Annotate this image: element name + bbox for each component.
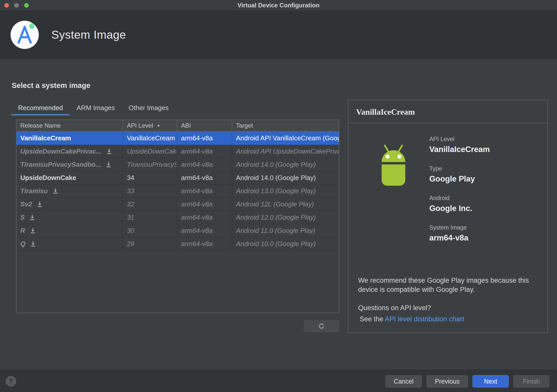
- target-cell: Android API VanillaIceCream (Google Play…: [232, 132, 339, 144]
- api-level-cell: 33: [123, 185, 177, 197]
- download-icon[interactable]: [30, 240, 36, 247]
- table-row-s[interactable]: S 31 arm64-v8a Android 12.0 (Google Play…: [17, 211, 339, 224]
- release-name: R: [20, 227, 25, 235]
- system-image-details-panel: VanillaIceCream API Level VanillaIceCrea…: [348, 100, 548, 333]
- abi-cell: arm64-v8a: [177, 185, 232, 197]
- abi-cell: arm64-v8a: [177, 132, 232, 144]
- table-row-r[interactable]: R 30 arm64-v8a Android 11.0 (Google Play…: [17, 224, 339, 237]
- api-level-cell: TiramisuPrivacySandbox: [123, 158, 177, 171]
- api-level-cell: UpsideDownCakePrivacySandbox: [123, 145, 177, 158]
- column-header-api-level[interactable]: API Level ▼: [123, 120, 177, 131]
- footer-buttons: Cancel Previous Next Finish: [385, 375, 549, 387]
- finish-button[interactable]: Finish: [513, 375, 549, 387]
- sort-descending-icon: ▼: [157, 124, 160, 128]
- tab-arm-images[interactable]: ARM Images: [70, 101, 122, 115]
- release-name: UpsideDownCake: [20, 174, 76, 182]
- window-title: Virtual Device Configuration: [238, 2, 319, 9]
- api-distribution-chart-link[interactable]: API level distribution chart: [385, 315, 464, 323]
- api-level-cell: 31: [123, 211, 177, 224]
- table-row-vanillaicecream[interactable]: VanillaIceCream VanillaIceCream arm64-v8…: [17, 132, 339, 145]
- table-row-upsidedowncakeprivacysandbox[interactable]: UpsideDownCakePrivac... UpsideDownCakePr…: [17, 145, 339, 158]
- abi-cell: arm64-v8a: [177, 224, 232, 237]
- tab-other-images[interactable]: Other Images: [122, 101, 176, 115]
- android-studio-logo-icon: [10, 20, 40, 50]
- android-robot-icon: [370, 141, 417, 192]
- table-row-tiramisuprivacysandbox[interactable]: TiramisuPrivacySandbo... TiramisuPrivacy…: [17, 158, 339, 171]
- details-title: VanillaIceCream: [348, 100, 547, 123]
- api-level-cell: 32: [123, 198, 177, 210]
- table-header: Release Name API Level ▼ ABI Target: [17, 120, 339, 132]
- field-android-vendor: Android Google Inc.: [429, 195, 490, 213]
- close-window-button[interactable]: [4, 3, 9, 8]
- api-level-cell: VanillaIceCream: [123, 132, 177, 144]
- release-name: VanillaIceCream: [20, 134, 71, 142]
- abi-cell: arm64-v8a: [177, 171, 232, 184]
- abi-cell: arm64-v8a: [177, 198, 232, 210]
- zoom-window-button[interactable]: [24, 3, 29, 8]
- release-name: Q: [20, 240, 25, 248]
- window-titlebar: Virtual Device Configuration: [0, 0, 557, 11]
- target-cell: Android 12L (Google Play): [232, 198, 339, 210]
- download-icon[interactable]: [106, 148, 112, 155]
- abi-cell: arm64-v8a: [177, 211, 232, 224]
- question-icon: ?: [9, 377, 13, 385]
- table-row-q[interactable]: Q 29 arm64-v8a Android 10.0 (Google Play…: [17, 237, 339, 251]
- recommendation-text: We recommend these Google Play images be…: [358, 276, 537, 294]
- minimize-window-button[interactable]: [14, 3, 19, 8]
- release-name: Tiramisu: [20, 187, 48, 195]
- field-api-level: API Level VanillaIceCream: [429, 136, 490, 154]
- download-icon[interactable]: [30, 227, 36, 234]
- table-row-upsidedowncake[interactable]: UpsideDownCake 34 arm64-v8a Android 14.0…: [17, 171, 339, 185]
- column-header-release-name[interactable]: Release Name: [17, 120, 123, 131]
- target-cell: Android 14.0 (Google Play): [232, 158, 339, 171]
- abi-cell: arm64-v8a: [177, 237, 232, 250]
- previous-button[interactable]: Previous: [427, 375, 468, 387]
- release-name: TiramisuPrivacySandbo...: [20, 161, 101, 169]
- download-icon[interactable]: [105, 161, 112, 168]
- download-icon[interactable]: [29, 214, 36, 221]
- api-level-cell: 34: [123, 171, 177, 184]
- page-title: System Image: [51, 28, 126, 41]
- system-image-table: Release Name API Level ▼ ABI Target Vani…: [16, 119, 339, 313]
- target-cell: Android 12.0 (Google Play): [232, 211, 339, 224]
- table-row-tiramisu[interactable]: Tiramisu 33 arm64-v8a Android 13.0 (Goog…: [17, 185, 339, 198]
- target-cell: Android 14.0 (Google Play): [232, 171, 339, 184]
- traffic-lights: [4, 0, 29, 11]
- section-heading: Select a system image: [12, 81, 91, 90]
- refresh-icon: [318, 323, 325, 330]
- column-header-target[interactable]: Target: [232, 120, 339, 131]
- details-fields: API Level VanillaIceCream Type Google Pl…: [429, 136, 490, 243]
- api-level-cell: 30: [123, 224, 177, 237]
- next-button[interactable]: Next: [473, 375, 509, 387]
- cancel-button[interactable]: Cancel: [385, 375, 422, 387]
- tab-recommended[interactable]: Recommended: [11, 101, 70, 115]
- release-name: S: [20, 214, 25, 221]
- target-cell: Android 13.0 (Google Play): [232, 185, 339, 197]
- abi-cell: arm64-v8a: [177, 145, 232, 158]
- release-name: UpsideDownCakePrivac...: [20, 147, 101, 155]
- target-cell: Android 10.0 (Google Play): [232, 237, 339, 250]
- image-tabs: Recommended ARM Images Other Images: [11, 101, 339, 115]
- target-cell: Android API UpsideDownCakePrivacySandbox…: [232, 145, 339, 158]
- help-button[interactable]: ?: [6, 376, 16, 387]
- download-icon[interactable]: [36, 201, 43, 207]
- api-level-cell: 29: [123, 237, 177, 250]
- release-name: Sv2: [20, 200, 32, 208]
- download-icon[interactable]: [52, 188, 59, 194]
- wizard-header: System Image: [0, 11, 557, 59]
- target-cell: Android 11.0 (Google Play): [232, 224, 339, 237]
- api-level-question: Questions on API level?: [358, 304, 431, 312]
- field-system-image: System Image arm64-v8a: [429, 224, 490, 243]
- refresh-button[interactable]: [304, 320, 339, 332]
- field-type: Type Google Play: [429, 165, 490, 184]
- column-header-abi[interactable]: ABI: [177, 120, 232, 131]
- dialog-footer: ? Cancel Previous Next Finish: [0, 370, 557, 392]
- abi-cell: arm64-v8a: [177, 158, 232, 171]
- table-row-sv2[interactable]: Sv2 32 arm64-v8a Android 12L (Google Pla…: [17, 198, 339, 211]
- see-the-line: See the API level distribution chart: [360, 315, 464, 323]
